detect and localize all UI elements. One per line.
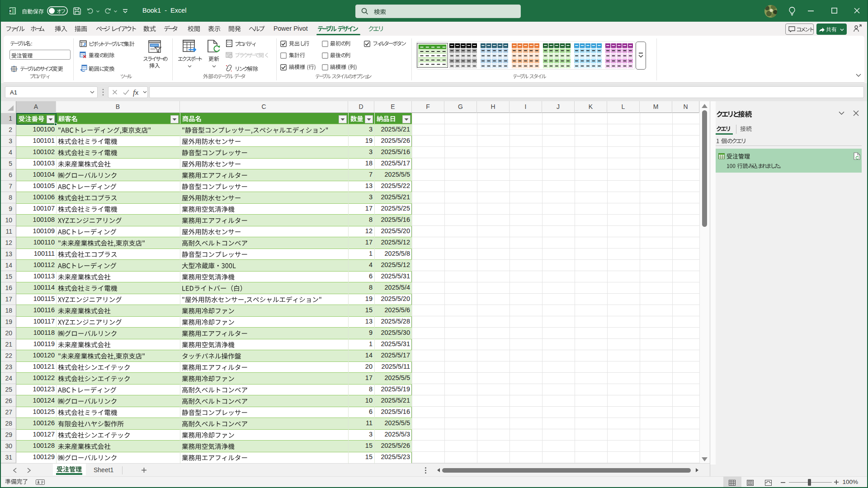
svg-text:X: X: [9, 9, 12, 13]
